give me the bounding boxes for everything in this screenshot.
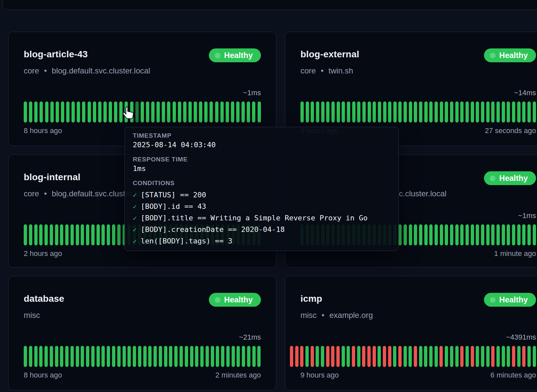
result-bar-success[interactable] (101, 346, 105, 367)
result-bar-success[interactable] (496, 101, 500, 123)
result-bar-success[interactable] (81, 224, 84, 245)
result-bar-success[interactable] (419, 101, 422, 123)
result-bar-success[interactable] (321, 101, 325, 123)
result-bar-success[interactable] (97, 346, 100, 367)
result-bar-success[interactable] (112, 346, 115, 367)
result-bar-success[interactable] (226, 346, 230, 367)
result-bar-success[interactable] (109, 101, 112, 123)
result-bar-success[interactable] (445, 346, 448, 367)
result-bar-success[interactable] (419, 346, 422, 367)
result-bar-success[interactable] (60, 346, 63, 367)
result-bar-success[interactable] (180, 346, 183, 367)
result-bar-success[interactable] (178, 101, 181, 123)
result-bar-success[interactable] (71, 224, 74, 245)
result-bar-failure[interactable] (398, 346, 402, 367)
result-bar-failure[interactable] (383, 346, 386, 367)
result-bar-success[interactable] (409, 101, 412, 123)
result-bar-success[interactable] (393, 101, 397, 123)
result-bar-success[interactable] (173, 101, 176, 123)
result-bar-success[interactable] (44, 346, 48, 367)
result-bar-success[interactable] (517, 346, 521, 367)
result-bar-success[interactable] (450, 346, 453, 367)
result-bar-success[interactable] (331, 101, 335, 123)
result-bar-success[interactable] (127, 346, 131, 367)
result-bar-success[interactable] (486, 101, 490, 123)
result-bar-success[interactable] (119, 101, 123, 123)
result-bar-success[interactable] (398, 224, 402, 245)
result-bar-success[interactable] (55, 346, 58, 367)
uptime-bars[interactable] (300, 101, 536, 123)
card-database[interactable]: database misc Healthy ~21ms 8 hours ago … (8, 276, 276, 390)
result-bar-success[interactable] (66, 101, 70, 123)
result-bar-success[interactable] (114, 101, 117, 123)
result-bar-success[interactable] (502, 101, 505, 123)
result-bar-success[interactable] (82, 101, 85, 123)
result-bar-success[interactable] (220, 101, 224, 123)
result-bar-success[interactable] (414, 224, 417, 245)
result-bar-success[interactable] (373, 101, 376, 123)
result-bar-success[interactable] (527, 346, 531, 367)
result-bar-success[interactable] (450, 101, 453, 123)
result-bar-success[interactable] (512, 224, 515, 245)
result-bar-success[interactable] (512, 101, 515, 123)
result-bar-success[interactable] (378, 346, 381, 367)
result-bar-success[interactable] (409, 346, 412, 367)
result-bar-success[interactable] (460, 224, 464, 245)
result-bar-failure[interactable] (311, 346, 314, 367)
result-bar-success[interactable] (204, 101, 208, 123)
result-bar-success[interactable] (517, 224, 521, 245)
result-bar-success[interactable] (65, 224, 69, 245)
result-bar-success[interactable] (34, 346, 38, 367)
result-bar-success[interactable] (226, 101, 229, 123)
result-bar-success[interactable] (190, 346, 193, 367)
result-bar-success[interactable] (326, 101, 329, 123)
result-bar-success[interactable] (300, 101, 304, 123)
result-bar-success[interactable] (167, 101, 170, 123)
result-bar-success[interactable] (195, 346, 198, 367)
result-bar-success[interactable] (507, 346, 510, 367)
result-bar-success[interactable] (435, 346, 438, 367)
result-bar-success[interactable] (527, 224, 531, 245)
result-bar-success[interactable] (185, 346, 188, 367)
result-bar-success[interactable] (24, 224, 27, 245)
result-bar-success[interactable] (342, 346, 345, 367)
result-bar-success[interactable] (305, 346, 309, 367)
result-bar-success[interactable] (40, 101, 43, 123)
result-bar-success[interactable] (471, 224, 474, 245)
result-bar-success[interactable] (242, 346, 245, 367)
result-bar-success[interactable] (352, 101, 355, 123)
result-bar-success[interactable] (34, 101, 38, 123)
result-bar-success[interactable] (50, 346, 53, 367)
result-bar-success[interactable] (117, 346, 121, 367)
result-bar-success[interactable] (507, 224, 510, 245)
result-bar-success[interactable] (404, 346, 407, 367)
result-bar-success[interactable] (34, 224, 38, 245)
result-bar-failure[interactable] (491, 346, 495, 367)
result-bar-success[interactable] (533, 224, 536, 245)
result-bar-success[interactable] (429, 346, 433, 367)
result-bar-success[interactable] (71, 101, 75, 123)
result-bar-success[interactable] (357, 101, 360, 123)
result-bar-success[interactable] (146, 101, 149, 123)
result-bar-success[interactable] (200, 346, 204, 367)
result-bar-success[interactable] (117, 224, 121, 245)
result-bar-failure[interactable] (512, 346, 515, 367)
result-bar-success[interactable] (507, 101, 510, 123)
uptime-bars[interactable] (24, 346, 261, 367)
result-bar-success[interactable] (466, 346, 469, 367)
result-bar-success[interactable] (455, 101, 459, 123)
result-bar-failure[interactable] (331, 346, 334, 367)
result-bar-success[interactable] (445, 101, 448, 123)
result-bar-success[interactable] (491, 224, 495, 245)
result-bar-success[interactable] (414, 101, 417, 123)
result-bar-success[interactable] (24, 346, 27, 367)
result-bar-success[interactable] (321, 346, 324, 367)
result-bar-success[interactable] (440, 101, 443, 123)
result-bar-success[interactable] (466, 101, 469, 123)
result-bar-success[interactable] (481, 101, 484, 123)
result-bar-success[interactable] (378, 101, 381, 123)
result-bar-success[interactable] (466, 224, 469, 245)
result-bar-success[interactable] (71, 346, 74, 367)
result-bar-success[interactable] (502, 224, 505, 245)
result-bar-success[interactable] (45, 101, 48, 123)
